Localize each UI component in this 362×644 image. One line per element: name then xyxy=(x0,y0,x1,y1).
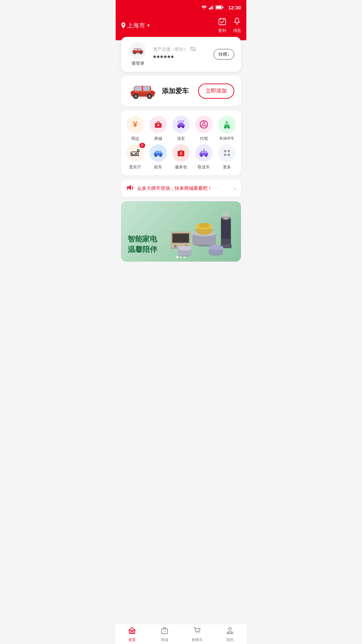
checkin-label: 签到 xyxy=(218,28,226,34)
svg-rect-94 xyxy=(222,219,230,239)
new-badge: 新 xyxy=(139,143,145,148)
svg-point-32 xyxy=(148,95,151,98)
svg-rect-80 xyxy=(228,154,230,156)
svg-rect-4 xyxy=(213,5,214,9)
service-nearby[interactable]: ¥ 周边 xyxy=(124,116,146,142)
svg-point-20 xyxy=(140,52,141,54)
location-icon xyxy=(121,22,126,29)
svg-point-18 xyxy=(134,52,135,54)
airport-icon-wrap xyxy=(218,116,236,133)
svg-point-84 xyxy=(174,245,177,248)
svg-rect-54 xyxy=(226,121,227,124)
more-icon-wrap xyxy=(218,144,236,162)
svg-line-41 xyxy=(178,121,179,122)
rental-label: 租车 xyxy=(154,164,162,170)
transfer-button[interactable]: 转赠 › xyxy=(214,49,234,60)
dot-1 xyxy=(176,256,178,258)
service-package[interactable]: 服务包 xyxy=(170,144,192,170)
add-car-button[interactable]: 立即添加 xyxy=(198,84,234,99)
message-button[interactable]: 消息 xyxy=(233,17,241,34)
package-label: 服务包 xyxy=(175,164,187,170)
more-grid-icon xyxy=(222,148,232,158)
svg-rect-71 xyxy=(204,151,206,153)
svg-rect-83 xyxy=(173,234,189,243)
eye-icon[interactable] xyxy=(190,47,196,52)
svg-point-103 xyxy=(208,245,223,250)
svg-line-48 xyxy=(201,125,203,127)
vip-icon-wrap: 🛋 新 xyxy=(126,144,144,162)
svg-rect-7 xyxy=(223,7,224,8)
message-icon xyxy=(233,17,241,27)
svg-rect-66 xyxy=(180,153,182,153)
carwash-label: 洗车 xyxy=(177,136,185,142)
battery-icon xyxy=(216,5,224,9)
svg-rect-16 xyxy=(138,49,140,51)
mall-icon-wrap xyxy=(149,116,167,133)
svg-point-100 xyxy=(178,246,191,251)
service-airport[interactable]: 机场停车 xyxy=(216,116,238,142)
svg-rect-67 xyxy=(180,154,182,155)
svg-rect-33 xyxy=(131,93,155,94)
pickup-icon-wrap xyxy=(195,144,213,162)
service-more[interactable]: 更多 xyxy=(216,144,238,170)
svg-point-30 xyxy=(134,95,137,98)
svg-rect-77 xyxy=(224,150,226,152)
package-icon-wrap xyxy=(172,144,190,162)
avatar xyxy=(129,42,146,59)
car-avatar-icon xyxy=(131,46,145,55)
bell-icon xyxy=(233,17,241,25)
wifi-icon xyxy=(201,5,207,9)
status-bar: 12:30 xyxy=(116,0,246,15)
svg-point-75 xyxy=(206,155,207,156)
pickup-label: 取送车 xyxy=(198,164,210,170)
svg-rect-8 xyxy=(219,19,226,25)
announcement-arrow: › xyxy=(234,185,236,192)
message-label: 消息 xyxy=(233,28,241,34)
announcement-text: 众多大牌齐登场，快来商城看看吧！ xyxy=(137,185,231,192)
svg-rect-1 xyxy=(209,8,210,9)
service-mall[interactable]: 商城 xyxy=(146,116,169,142)
steering-icon xyxy=(199,120,209,129)
time-display: 12:30 xyxy=(228,5,241,10)
svg-point-39 xyxy=(178,126,180,128)
svg-point-40 xyxy=(182,126,184,128)
rental-car-icon xyxy=(153,149,164,157)
checkin-button[interactable]: 签到 xyxy=(218,17,226,34)
svg-line-49 xyxy=(205,125,207,127)
announcement-bar[interactable]: 众多大牌齐登场，快来商城看看吧！ › xyxy=(121,179,241,197)
service-carwash[interactable]: 洗车 xyxy=(170,116,192,142)
appliances-svg xyxy=(167,201,241,258)
service-pickup[interactable]: 取送车 xyxy=(192,144,215,170)
asset-value: ****** xyxy=(153,54,208,62)
red-car-icon xyxy=(128,81,158,100)
svg-rect-92 xyxy=(199,223,209,228)
svg-point-52 xyxy=(224,127,226,129)
svg-rect-58 xyxy=(159,151,161,153)
nearby-label: 周边 xyxy=(131,136,139,142)
account-card: 请登录 资产总值（积分） ****** 转赠 › xyxy=(121,37,241,72)
add-car-title: 添加爱车 xyxy=(162,87,194,96)
svg-point-62 xyxy=(160,155,161,156)
svg-rect-38 xyxy=(179,123,183,125)
promo-banner[interactable]: 智能家电 温馨陪伴 xyxy=(121,201,241,262)
nearby-icon-wrap: ¥ xyxy=(126,116,144,133)
service-pkg-icon xyxy=(176,148,186,158)
service-vip[interactable]: 🛋 新 贵宾厅 xyxy=(124,144,146,170)
svg-line-44 xyxy=(183,120,184,122)
svg-line-42 xyxy=(180,120,180,122)
svg-rect-51 xyxy=(225,124,229,126)
svg-rect-70 xyxy=(201,151,203,153)
service-driver[interactable]: 代驾 xyxy=(192,116,215,142)
avatar-area[interactable]: 请登录 xyxy=(128,42,148,66)
banner-text: 智能家电 温馨陪伴 xyxy=(128,234,157,255)
driver-label: 代驾 xyxy=(200,136,208,142)
location-selector[interactable]: 上海市 ▼ xyxy=(121,21,150,30)
svg-rect-79 xyxy=(224,154,226,156)
pickup-car-icon xyxy=(198,149,209,157)
mall-label: 商城 xyxy=(154,136,162,142)
driver-icon-wrap xyxy=(195,116,213,133)
service-rental[interactable]: 租车 xyxy=(146,144,169,170)
svg-rect-97 xyxy=(223,211,229,220)
speaker-icon xyxy=(126,184,134,191)
asset-label: 资产总值（积分） xyxy=(153,46,208,52)
